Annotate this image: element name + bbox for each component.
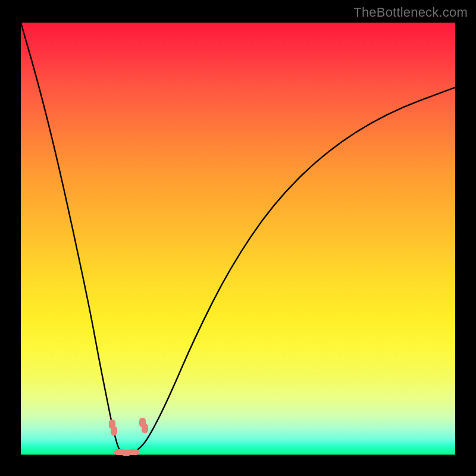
marker-left-valley-low bbox=[111, 426, 117, 436]
plot-area bbox=[21, 23, 455, 455]
marker-right-valley-low bbox=[142, 424, 148, 433]
marker-bottom-right bbox=[129, 449, 139, 455]
watermark-label: TheBottleneck.com bbox=[353, 5, 468, 20]
chart-frame: TheBottleneck.com bbox=[0, 0, 476, 476]
